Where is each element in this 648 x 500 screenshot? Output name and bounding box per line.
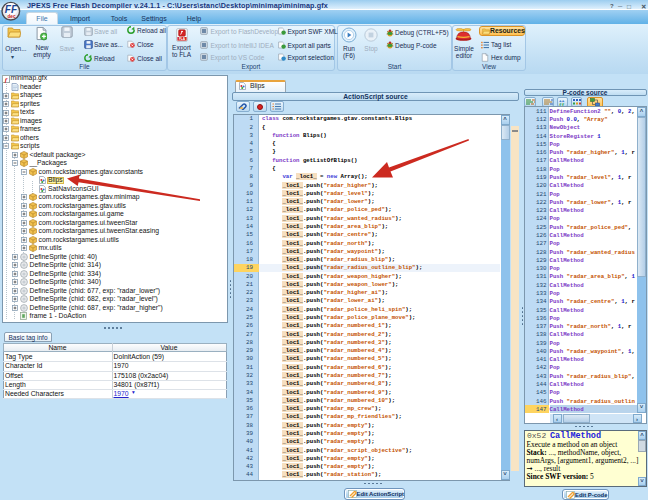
- svg-text:ff: ff: [559, 102, 565, 106]
- svg-text:dec: dec: [8, 14, 16, 19]
- svg-text:FLA: FLA: [179, 37, 186, 41]
